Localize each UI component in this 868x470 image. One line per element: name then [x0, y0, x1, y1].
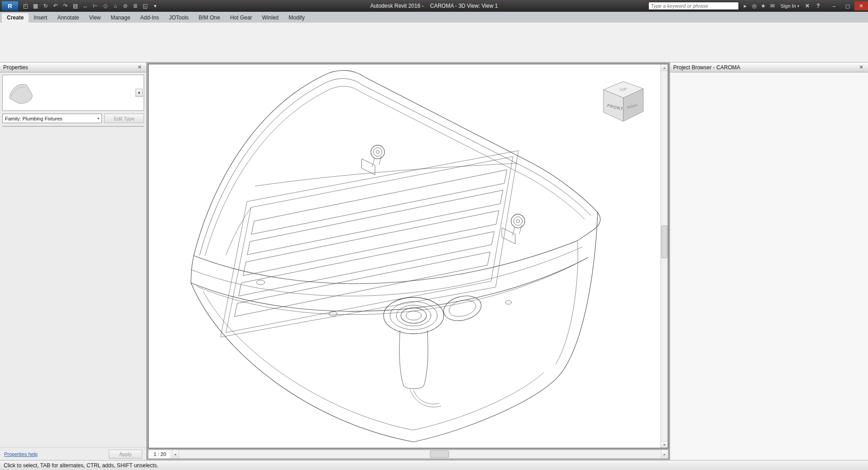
horizontal-scrollbar[interactable]: ◂ ▸ [172, 450, 668, 458]
signin-button[interactable]: Sign In ▾ [779, 3, 801, 9]
ribbon [0, 23, 868, 62]
properties-grid [2, 126, 144, 127]
edit-type-button[interactable]: Edit Type [104, 114, 144, 123]
save-icon[interactable]: ▦ [31, 1, 40, 10]
properties-palette: Properties ✕ ▼ Family: Plumbing Fixtures… [0, 62, 147, 460]
minimize-button[interactable]: – [827, 1, 841, 10]
tab-modify[interactable]: Modify [284, 13, 309, 23]
customize-qat-icon[interactable]: ▾ [150, 1, 160, 10]
tab-hot-gear[interactable]: Hot Gear [225, 13, 257, 23]
window-controls: –▢✕ [827, 1, 868, 10]
tab-annotate[interactable]: Annotate [52, 13, 84, 23]
scale-button[interactable]: 1 : 20 [150, 450, 170, 458]
view-bottom-bar: 1 : 20 ◂ ▸ [148, 450, 668, 459]
communication-center-icon[interactable]: ✉ [768, 1, 777, 10]
family-selector-value: Family: Plumbing Fixtures [5, 116, 63, 121]
properties-close-icon[interactable]: ✕ [136, 64, 143, 70]
undo-icon[interactable]: ↶ [51, 1, 60, 10]
titlebar-right-cluster: ▸◎★✉ Sign In ▾ ✕ ? –▢✕ [648, 1, 868, 10]
view-control-bar: 1 : 20 [149, 450, 172, 458]
scroll-left-icon[interactable]: ◂ [172, 450, 179, 458]
vertical-scrollbar-thumb[interactable] [661, 225, 667, 258]
open-icon[interactable]: ◰ [21, 1, 30, 10]
3d-wireframe-drawing[interactable] [149, 64, 661, 448]
tab-insert[interactable]: Insert [29, 13, 52, 23]
app-title-text: Autodesk Revit 2016 - [370, 3, 424, 9]
properties-header: Properties ✕ [0, 62, 146, 72]
status-message: Click to select, TAB for alternates, CTR… [4, 462, 159, 469]
tab-bim-one[interactable]: BIM One [193, 13, 225, 23]
type-selector[interactable]: ▼ [2, 75, 144, 111]
print-icon[interactable]: ▤ [71, 1, 80, 10]
project-browser-close-icon[interactable]: ✕ [858, 64, 865, 70]
measure-icon[interactable]: ↔ [81, 1, 90, 10]
properties-help-link[interactable]: Properties help [4, 451, 38, 457]
ribbon-tab-bar: CreateInsertAnnotateViewManageAdd-InsJOT… [0, 12, 868, 23]
tab-manage[interactable]: Manage [106, 13, 135, 23]
family-selector-dropdown-icon: ▾ [97, 116, 99, 120]
document-title-text: CAROMA - 3D View: View 1 [430, 3, 498, 9]
binoculars-icon[interactable]: ◎ [750, 1, 759, 10]
properties-title: Properties [3, 64, 28, 71]
signin-label: Sign In [781, 3, 796, 9]
tab-view[interactable]: View [84, 13, 106, 23]
redo-icon[interactable]: ↷ [61, 1, 70, 10]
revit-application-window: R ◰▦↻↶↷▤↔⊢◇⌂⊘≣◱▾ Autodesk Revit 2016 -CA… [0, 0, 868, 470]
family-row: Family: Plumbing Fixtures ▾ Edit Type [2, 114, 144, 123]
scroll-right-icon[interactable]: ▸ [661, 450, 668, 458]
tab-create[interactable]: Create [2, 13, 29, 23]
view-cube[interactable]: TOP FRONT RIGHT [595, 76, 650, 130]
type-selector-dropdown-icon[interactable]: ▼ [135, 89, 143, 97]
signin-dropdown-icon: ▾ [797, 4, 799, 8]
project-browser: Project Browser - CAROMA ✕ [670, 62, 868, 460]
tab-winled[interactable]: Winled [257, 13, 284, 23]
apply-button[interactable]: Apply [109, 450, 142, 459]
scroll-up-icon[interactable]: ▲ [661, 64, 668, 71]
horizontal-scrollbar-thumb[interactable] [430, 451, 449, 458]
scroll-down-icon[interactable]: ▼ [661, 441, 668, 448]
switch-windows-icon[interactable]: ◱ [140, 1, 150, 10]
sync-icon[interactable]: ↻ [41, 1, 50, 10]
default-3d-view-icon[interactable]: ⌂ [111, 1, 120, 10]
a360-exchange-icon[interactable]: ✕ [803, 1, 812, 10]
search-go-icon[interactable]: ▸ [741, 1, 750, 10]
status-bar: Click to select, TAB for alternates, CTR… [0, 460, 868, 470]
project-browser-header: Project Browser - CAROMA ✕ [670, 62, 868, 72]
aligned-dimension-icon[interactable]: ⊢ [91, 1, 100, 10]
edit-type-label: Edit Type [114, 116, 135, 121]
drawing-canvas-area: TOP FRONT RIGHT ▲ ▼ 1 : 20 ◂ [147, 62, 670, 460]
project-browser-tree [670, 72, 868, 77]
tag-icon[interactable]: ◇ [101, 1, 110, 10]
tab-jotools[interactable]: JOTools [164, 13, 193, 23]
vertical-scrollbar[interactable]: ▲ ▼ [661, 64, 668, 448]
close-button[interactable]: ✕ [854, 1, 868, 10]
properties-bottom-bar: Properties help Apply [0, 447, 146, 460]
tab-add-ins[interactable]: Add-Ins [135, 13, 164, 23]
project-browser-title: Project Browser - CAROMA [673, 64, 740, 71]
main-area: Properties ✕ ▼ Family: Plumbing Fixtures… [0, 62, 868, 460]
type-preview-thumbnail [5, 78, 38, 107]
star-icon[interactable]: ★ [759, 1, 768, 10]
thin-lines-icon[interactable]: ≣ [130, 1, 140, 10]
section-icon[interactable]: ⊘ [121, 1, 130, 10]
family-selector-combo[interactable]: Family: Plumbing Fixtures ▾ [2, 114, 102, 123]
title-bar: R ◰▦↻↶↷▤↔⊢◇⌂⊘≣◱▾ Autodesk Revit 2016 -CA… [0, 0, 868, 12]
quick-access-toolbar: ◰▦↻↶↷▤↔⊢◇⌂⊘≣◱▾ [21, 1, 160, 10]
view-window[interactable]: TOP FRONT RIGHT ▲ ▼ [148, 64, 668, 448]
infocenter-icons: ▸◎★✉ [741, 1, 777, 10]
maximize-button[interactable]: ▢ [841, 1, 854, 10]
revit-application-menu-button[interactable]: R [2, 1, 18, 11]
search-input[interactable] [648, 2, 739, 10]
help-icon[interactable]: ? [814, 1, 823, 10]
